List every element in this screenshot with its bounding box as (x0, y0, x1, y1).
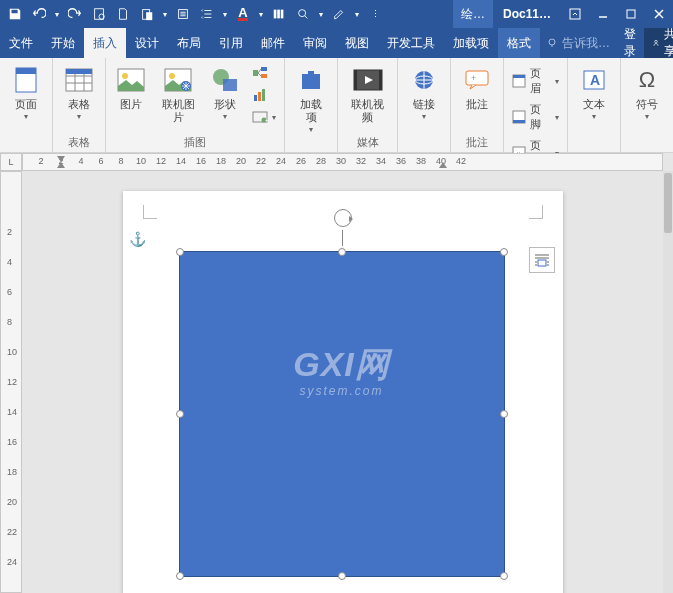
tab-home[interactable]: 开始 (42, 28, 84, 58)
indent-marker[interactable] (439, 162, 447, 168)
smartart-button[interactable] (248, 63, 280, 83)
btn-label: 文本 (583, 98, 605, 111)
anchor-icon[interactable]: ⚓ (129, 231, 146, 247)
footer-button[interactable]: 页脚▾ (508, 100, 563, 134)
header-button[interactable]: 页眉▾ (508, 64, 563, 98)
cover-page-button[interactable]: 页面 ▾ (4, 60, 48, 125)
screenshot-button[interactable]: +▾ (248, 107, 280, 127)
group-header-footer: 页眉▾ 页脚▾ #页码▾ 页眉和页脚 (504, 58, 568, 152)
close-icon[interactable] (645, 0, 673, 28)
fontcolor-dropdown-icon[interactable]: ▾ (256, 3, 266, 25)
svg-rect-16 (570, 9, 580, 19)
paste-dropdown-icon[interactable]: ▾ (160, 3, 170, 25)
online-pictures-button[interactable]: 联机图片 (154, 60, 202, 128)
page[interactable]: ⚓ GXI网 system.com (123, 191, 563, 593)
ruler-tick: 2 (38, 156, 43, 166)
ribbon-tabs: 文件 开始 插入 设计 布局 引用 邮件 审阅 视图 开发工具 加载项 格式 告… (0, 28, 673, 58)
tab-addins[interactable]: 加载项 (444, 28, 498, 58)
rotate-handle[interactable] (334, 209, 352, 246)
svg-point-23 (655, 40, 658, 43)
quick-access-toolbar: ▾ ▾ ▾ A ▾ ▾ ▾ ⋮ (0, 3, 386, 25)
resize-handle[interactable] (176, 572, 184, 580)
resize-handle[interactable] (500, 248, 508, 256)
ruler-tick: 14 (176, 156, 186, 166)
tell-me-search[interactable]: 告诉我… (540, 28, 616, 58)
smartart-icon (252, 65, 268, 81)
layout-options-button[interactable] (529, 247, 555, 273)
tab-insert[interactable]: 插入 (84, 28, 126, 58)
tab-label: 格式 (507, 35, 531, 52)
resize-handle[interactable] (338, 572, 346, 580)
qat-customize-icon[interactable]: ⋮ (364, 3, 386, 25)
group-label: 表格 (57, 133, 101, 152)
vertical-ruler[interactable]: 24681012141618202224 (0, 171, 22, 593)
tab-design[interactable]: 设计 (126, 28, 168, 58)
btn-label: 链接 (413, 98, 435, 111)
resize-handle[interactable] (176, 248, 184, 256)
font-color-icon[interactable]: A (232, 3, 254, 25)
undo-dropdown-icon[interactable]: ▾ (52, 3, 62, 25)
svg-rect-18 (627, 10, 635, 18)
group-text: A 文本 ▾ (568, 58, 621, 152)
addins-button[interactable]: 加载 项 ▾ (289, 60, 333, 138)
zoom-dropdown-icon[interactable]: ▾ (316, 3, 326, 25)
ruler-tick: 16 (7, 437, 17, 447)
btn-label: 加载 项 (300, 98, 322, 124)
new-doc-icon[interactable] (112, 3, 134, 25)
resize-handle[interactable] (500, 572, 508, 580)
resize-handle[interactable] (176, 410, 184, 418)
ruler-tick: 36 (396, 156, 406, 166)
share-button[interactable]: 共享 (644, 28, 673, 58)
scrollbar-thumb[interactable] (664, 173, 672, 233)
tab-developer[interactable]: 开发工具 (378, 28, 444, 58)
login-button[interactable]: 登录 (616, 28, 644, 58)
tab-view[interactable]: 视图 (336, 28, 378, 58)
rectangle-shape[interactable]: GXI网 system.com (179, 251, 505, 577)
tab-references[interactable]: 引用 (210, 28, 252, 58)
vertical-scrollbar[interactable] (663, 171, 673, 593)
reading-view-icon[interactable] (172, 3, 194, 25)
svg-rect-58 (466, 71, 488, 85)
print-preview-icon[interactable] (88, 3, 110, 25)
ruler-corner[interactable]: L (0, 153, 22, 171)
edit-dropdown-icon[interactable]: ▾ (352, 3, 362, 25)
pictures-button[interactable]: 图片 (110, 60, 152, 115)
edit-icon[interactable] (328, 3, 350, 25)
chart-button[interactable] (248, 85, 280, 105)
comment-button[interactable]: + 批注 (455, 60, 499, 115)
group-label (572, 148, 616, 152)
tab-layout[interactable]: 布局 (168, 28, 210, 58)
links-button[interactable]: 链接 ▾ (402, 60, 446, 125)
group-tables: 表格 ▾ 表格 (53, 58, 106, 152)
omega-icon: Ω (631, 64, 663, 96)
tab-review[interactable]: 审阅 (294, 28, 336, 58)
tab-mailings[interactable]: 邮件 (252, 28, 294, 58)
tab-format[interactable]: 格式 (498, 28, 540, 58)
chevron-down-icon: ▾ (592, 112, 596, 121)
save-icon[interactable] (4, 3, 26, 25)
online-video-button[interactable]: 联机视频 (342, 60, 393, 128)
redo-icon[interactable] (64, 3, 86, 25)
watermark-big: GXI网 (293, 342, 390, 388)
tab-file[interactable]: 文件 (0, 28, 42, 58)
table-button[interactable]: 表格 ▾ (57, 60, 101, 125)
symbol-button[interactable]: Ω 符号 ▾ (625, 60, 669, 125)
paste-icon[interactable] (136, 3, 158, 25)
spacing-icon[interactable] (196, 3, 218, 25)
zoom-icon[interactable] (292, 3, 314, 25)
contextual-tab-drawing[interactable]: 绘… (453, 0, 493, 28)
ruler-tick: 6 (98, 156, 103, 166)
ribbon-options-icon[interactable] (561, 0, 589, 28)
text-button[interactable]: A 文本 ▾ (572, 60, 616, 125)
undo-icon[interactable] (28, 3, 50, 25)
spacing-dropdown-icon[interactable]: ▾ (220, 3, 230, 25)
maximize-icon[interactable] (617, 0, 645, 28)
shapes-button[interactable]: 形状 ▾ (204, 60, 246, 125)
ruler-tick: 24 (276, 156, 286, 166)
indent-marker[interactable] (57, 162, 65, 168)
horizontal-ruler[interactable]: 224681012141618202224262830323436384042 (22, 153, 663, 171)
columns-icon[interactable] (268, 3, 290, 25)
minimize-icon[interactable] (589, 0, 617, 28)
resize-handle[interactable] (500, 410, 508, 418)
resize-handle[interactable] (338, 248, 346, 256)
